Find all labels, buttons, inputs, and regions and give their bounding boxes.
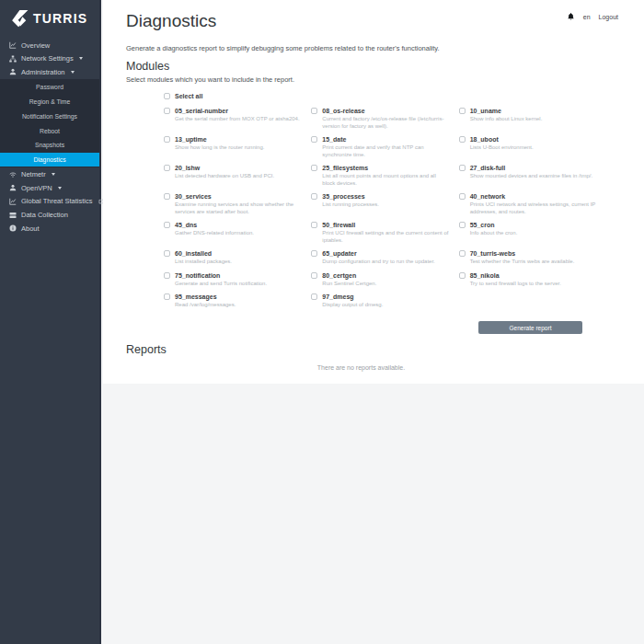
module-checkbox-25_filesystems[interactable] bbox=[311, 165, 317, 171]
module-item-55_cron[interactable]: 55_cronInfo about the cron. bbox=[459, 221, 596, 244]
turris-logo-icon bbox=[9, 10, 29, 28]
module-checkbox-05_serial-number[interactable] bbox=[164, 108, 170, 114]
module-checkbox-27_disk-full[interactable] bbox=[459, 165, 466, 171]
module-checkbox-30_services[interactable] bbox=[164, 193, 170, 200]
module-checkbox-85_nikola[interactable] bbox=[459, 272, 466, 279]
module-description: List installed packages. bbox=[175, 259, 232, 266]
module-name: 80_certgen bbox=[322, 271, 376, 280]
module-item-15_date[interactable]: 15_datePrint current date and verify tha… bbox=[311, 135, 448, 158]
module-description: Read /var/log/messages. bbox=[175, 302, 236, 309]
module-checkbox-35_processes[interactable] bbox=[311, 193, 317, 200]
module-name: 65_updater bbox=[322, 249, 434, 258]
module-checkbox-45_dns[interactable] bbox=[164, 222, 170, 228]
module-name: 97_dmesg bbox=[322, 293, 383, 301]
module-text: 75_notificationGenerate and send Turris … bbox=[175, 271, 267, 288]
module-item-25_filesystems[interactable]: 25_filesystemsList all mount points and … bbox=[311, 164, 448, 187]
modules-form: Select all 05_serial-numberGet the seria… bbox=[164, 92, 596, 315]
select-all-row[interactable]: Select all bbox=[164, 92, 596, 99]
module-description: Lists U-Boot environment. bbox=[470, 144, 534, 152]
sidebar-item-label: Administration bbox=[21, 68, 65, 76]
submenu-item-notification-settings[interactable]: Notification Settings bbox=[0, 109, 99, 123]
logout-link[interactable]: Logout bbox=[599, 14, 618, 20]
module-item-27_disk-full[interactable]: 27_disk-fullShow mounted devices and exa… bbox=[459, 164, 596, 187]
sidebar-item-network-settings[interactable]: Network Settings bbox=[0, 52, 99, 66]
module-text: 97_dmesgDisplay output of dmesg. bbox=[322, 293, 383, 309]
server-icon bbox=[9, 212, 17, 219]
sidebar: TURRIS OverviewNetwork SettingsAdministr… bbox=[0, 0, 101, 644]
notifications-bell-icon[interactable] bbox=[567, 12, 575, 21]
submenu-item-region-time[interactable]: Region & Time bbox=[0, 95, 99, 109]
module-text: 80_certgenRun Sentinel Certgen. bbox=[322, 271, 376, 288]
submenu-item-reboot[interactable]: Reboot bbox=[0, 123, 99, 138]
module-name: 45_dns bbox=[175, 221, 254, 229]
module-checkbox-18_uboot[interactable] bbox=[459, 136, 466, 143]
sidebar-item-overview[interactable]: Overview bbox=[0, 39, 99, 52]
module-name: 35_processes bbox=[322, 192, 379, 201]
module-text: 35_processesList running processes. bbox=[322, 192, 379, 209]
module-checkbox-80_certgen[interactable] bbox=[311, 272, 317, 279]
module-item-75_notification[interactable]: 75_notificationGenerate and send Turris … bbox=[164, 271, 301, 288]
module-text: 20_lshwList detected hardware on USB and… bbox=[175, 164, 274, 180]
module-description: Prints UCI network and wireless settings… bbox=[470, 201, 596, 215]
module-name: 27_disk-full bbox=[470, 164, 592, 172]
module-item-20_lshw[interactable]: 20_lshwList detected hardware on USB and… bbox=[164, 164, 301, 187]
module-item-95_messages[interactable]: 95_messagesRead /var/log/messages. bbox=[164, 293, 301, 309]
module-checkbox-08_os-release[interactable] bbox=[311, 108, 317, 114]
module-checkbox-60_installed[interactable] bbox=[164, 250, 170, 257]
module-text: 25_filesystemsList all mount points and … bbox=[322, 164, 448, 187]
module-item-80_certgen[interactable]: 80_certgenRun Sentinel Certgen. bbox=[311, 271, 448, 288]
module-item-45_dns[interactable]: 45_dnsGather DNS-related information. bbox=[164, 221, 301, 244]
module-item-65_updater[interactable]: 65_updaterDump configuration and try to … bbox=[311, 249, 448, 266]
sidebar-item-data-collection[interactable]: Data Collection bbox=[0, 208, 99, 222]
module-item-35_processes[interactable]: 35_processesList running processes. bbox=[311, 192, 448, 215]
sidebar-item-global-threat-statistics[interactable]: Global Threat Statistics bbox=[0, 195, 99, 209]
module-description: Print current date and verify that NTP c… bbox=[322, 144, 448, 158]
module-name: 13_uptime bbox=[175, 135, 264, 144]
module-checkbox-10_uname[interactable] bbox=[459, 108, 466, 114]
module-checkbox-95_messages[interactable] bbox=[164, 293, 170, 300]
sidebar-item-administration[interactable]: Administration bbox=[0, 65, 99, 79]
module-checkbox-97_dmesg[interactable] bbox=[311, 293, 317, 300]
module-checkbox-70_turris-webs[interactable] bbox=[459, 250, 466, 257]
language-selector[interactable]: en bbox=[583, 14, 591, 20]
module-text: 70_turris-websTest whether the Turris we… bbox=[470, 249, 575, 266]
module-item-30_services[interactable]: 30_servicesExamine running services and … bbox=[164, 192, 301, 215]
module-item-10_uname[interactable]: 10_unameShow info about Linux kernel. bbox=[459, 107, 596, 130]
module-checkbox-13_uptime[interactable] bbox=[164, 136, 170, 143]
select-all-checkbox[interactable] bbox=[164, 93, 170, 99]
module-description: Print UCI firewall settings and the curr… bbox=[322, 230, 448, 244]
module-checkbox-65_updater[interactable] bbox=[311, 250, 317, 257]
brand-logo[interactable]: TURRIS bbox=[0, 0, 99, 37]
generate-report-button[interactable]: Generate report bbox=[478, 321, 582, 334]
module-checkbox-20_lshw[interactable] bbox=[164, 165, 170, 171]
module-item-05_serial-number[interactable]: 05_serial-numberGet the serial number fr… bbox=[164, 107, 301, 130]
module-item-70_turris-webs[interactable]: 70_turris-websTest whether the Turris we… bbox=[459, 249, 596, 266]
module-checkbox-40_network[interactable] bbox=[459, 193, 466, 200]
module-text: 95_messagesRead /var/log/messages. bbox=[175, 293, 236, 309]
submenu-item-password[interactable]: Password bbox=[0, 80, 99, 95]
sidebar-item-about[interactable]: About bbox=[0, 222, 99, 236]
sidebar-item-netmetr[interactable]: Netmetr bbox=[0, 167, 99, 181]
line-chart-icon bbox=[9, 198, 17, 205]
module-checkbox-50_firewall[interactable] bbox=[311, 222, 317, 228]
sidebar-item-openvpn[interactable]: OpenVPN bbox=[0, 181, 99, 195]
module-item-13_uptime[interactable]: 13_uptimeShow how long is the router run… bbox=[164, 135, 301, 158]
module-text: 05_serial-numberGet the serial number fr… bbox=[175, 107, 300, 123]
content-card: en Logout Diagnostics Generate a diagnos… bbox=[103, 0, 644, 384]
submenu-item-diagnostics[interactable]: Diagnostics bbox=[0, 153, 99, 167]
module-item-85_nikola[interactable]: 85_nikolaTry to send firewall logs to th… bbox=[459, 271, 596, 288]
module-item-60_installed[interactable]: 60_installedList installed packages. bbox=[164, 249, 301, 266]
module-item-08_os-release[interactable]: 08_os-releaseCurrent and factory /etc/os… bbox=[311, 107, 448, 130]
module-checkbox-55_cron[interactable] bbox=[459, 222, 466, 228]
module-item-97_dmesg[interactable]: 97_dmesgDisplay output of dmesg. bbox=[311, 293, 448, 309]
module-checkbox-15_date[interactable] bbox=[311, 136, 317, 143]
module-item-50_firewall[interactable]: 50_firewallPrint UCI firewall settings a… bbox=[311, 221, 448, 244]
module-item-40_network[interactable]: 40_networkPrints UCI network and wireles… bbox=[459, 192, 596, 215]
wifi-icon bbox=[9, 171, 17, 178]
sidebar-item-label: About bbox=[21, 224, 40, 233]
select-all-label: Select all bbox=[175, 93, 202, 99]
sidebar-item-label: Network Settings bbox=[21, 54, 74, 63]
module-item-18_uboot[interactable]: 18_ubootLists U-Boot environment. bbox=[459, 135, 596, 158]
module-checkbox-75_notification[interactable] bbox=[164, 272, 170, 279]
submenu-item-snapshots[interactable]: Snapshots bbox=[0, 138, 99, 153]
